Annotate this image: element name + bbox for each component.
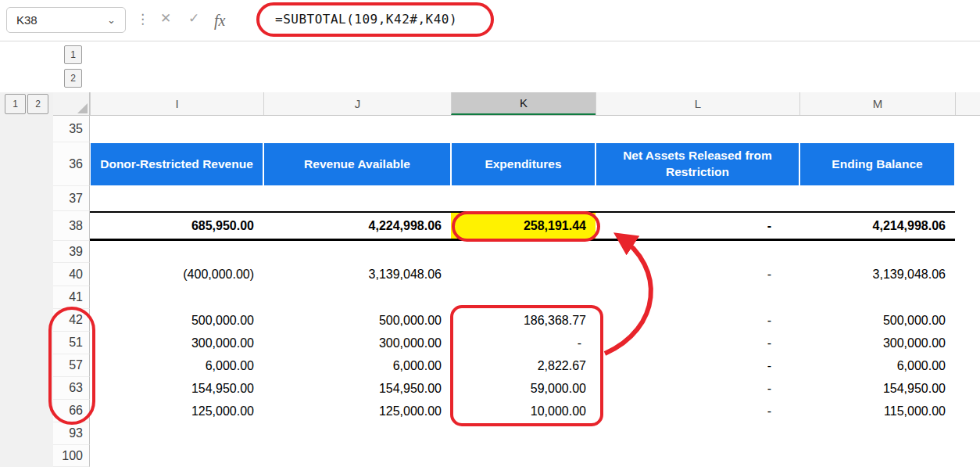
- cell-K38[interactable]: 258,191.44: [451, 213, 596, 239]
- row-header-36[interactable]: 36: [53, 142, 90, 186]
- spreadsheet-grid: 3536Donor-Restricted RevenueRevenue Avai…: [0, 0, 980, 467]
- cell-M57[interactable]: 6,000.00: [799, 354, 955, 377]
- row-header-38[interactable]: 38: [53, 211, 90, 241]
- row-header-100[interactable]: 100: [53, 445, 90, 467]
- cell-K63[interactable]: 59,000.00: [451, 377, 596, 400]
- cell-I51[interactable]: 300,000.00: [90, 332, 263, 354]
- row-header-35[interactable]: 35: [53, 116, 90, 142]
- cell-L57[interactable]: -: [596, 354, 799, 377]
- table-row-42: 500,000.00500,000.00186,368.77-500,000.0…: [90, 309, 955, 332]
- cell-J40[interactable]: 3,139,048.06: [263, 263, 451, 286]
- cell-J38[interactable]: 4,224,998.06: [263, 213, 451, 239]
- cell-I38[interactable]: 685,950.00: [90, 213, 263, 239]
- cell-L66[interactable]: -: [596, 400, 799, 422]
- cell-J42[interactable]: 500,000.00: [263, 309, 451, 332]
- row-header-66[interactable]: 66: [53, 400, 90, 422]
- column-title-I36[interactable]: Donor-Restricted Revenue: [91, 143, 263, 185]
- cell-K42[interactable]: 186,368.77: [451, 309, 596, 332]
- row-header-37[interactable]: 37: [53, 186, 90, 211]
- cell-L42[interactable]: -: [596, 309, 799, 332]
- cell-M51[interactable]: 300,000.00: [799, 332, 955, 354]
- cell-L51[interactable]: -: [596, 332, 799, 354]
- cell-J57[interactable]: 6,000.00: [263, 354, 451, 377]
- cell-L40[interactable]: -: [596, 263, 799, 286]
- row-header-63[interactable]: 63: [53, 377, 90, 400]
- cell-M40[interactable]: 3,139,048.06: [799, 263, 955, 286]
- cell-J66[interactable]: 125,000.00: [263, 400, 451, 422]
- cell-I40[interactable]: (400,000.00): [90, 263, 263, 286]
- row-header-42[interactable]: 42: [53, 309, 90, 332]
- cell-M63[interactable]: 154,950.00: [799, 377, 955, 400]
- table-row-38: 685,950.004,224,998.06258,191.44-4,214,9…: [90, 211, 955, 241]
- row-header-93[interactable]: 93: [53, 422, 90, 445]
- cell-I66[interactable]: 125,000.00: [90, 400, 263, 422]
- row-header-51[interactable]: 51: [53, 332, 90, 354]
- column-title-L36[interactable]: Net Assets Released from Restriction: [596, 143, 799, 185]
- cell-I63[interactable]: 154,950.00: [90, 377, 263, 400]
- cell-I57[interactable]: 6,000.00: [90, 354, 263, 377]
- table-row-57: 6,000.006,000.002,822.67-6,000.00: [90, 354, 955, 377]
- cell-M66[interactable]: 115,000.00: [799, 400, 955, 422]
- cell-J51[interactable]: 300,000.00: [263, 332, 451, 354]
- column-title-J36[interactable]: Revenue Available: [264, 143, 450, 185]
- cell-I42[interactable]: 500,000.00: [90, 309, 263, 332]
- table-row-51: 300,000.00300,000.00--300,000.00: [90, 332, 955, 354]
- row-header-41[interactable]: 41: [53, 286, 90, 309]
- row-header-39[interactable]: 39: [53, 241, 90, 263]
- cell-K40[interactable]: [451, 263, 596, 286]
- table-row-63: 154,950.00154,950.0059,000.00-154,950.00: [90, 377, 955, 400]
- spreadsheet-app: K38 ⌄ ⋮ ✕ ✓ fx =SUBTOTAL(109,K42#,K40) 1…: [0, 0, 980, 467]
- cell-M42[interactable]: 500,000.00: [799, 309, 955, 332]
- cell-K66[interactable]: 10,000.00: [451, 400, 596, 422]
- cell-L63[interactable]: -: [596, 377, 799, 400]
- cell-J63[interactable]: 154,950.00: [263, 377, 451, 400]
- cell-L38[interactable]: -: [596, 213, 799, 239]
- column-title-K36[interactable]: Expenditures: [452, 143, 595, 185]
- row-header-57[interactable]: 57: [53, 354, 90, 377]
- table-row-40: (400,000.00)3,139,048.06-3,139,048.06: [90, 263, 955, 286]
- table-row-66: 125,000.00125,000.0010,000.00-115,000.00: [90, 400, 955, 422]
- row-header-40[interactable]: 40: [53, 263, 90, 286]
- cell-K57[interactable]: 2,822.67: [451, 354, 596, 377]
- column-title-M36[interactable]: Ending Balance: [800, 143, 954, 185]
- cell-K51[interactable]: -: [451, 332, 596, 354]
- cell-M38[interactable]: 4,214,998.06: [799, 213, 955, 239]
